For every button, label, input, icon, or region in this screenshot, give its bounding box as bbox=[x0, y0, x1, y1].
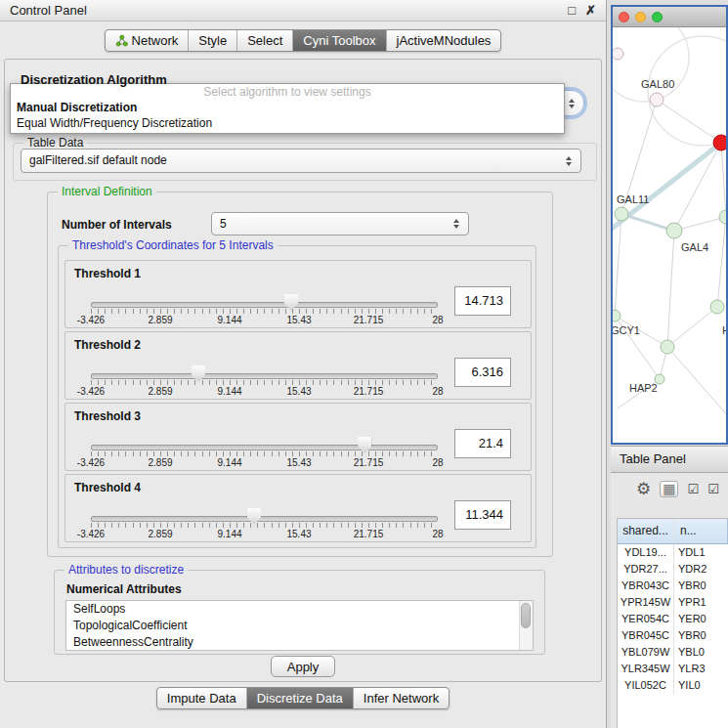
number-of-intervals-label: Number of Intervals bbox=[62, 218, 172, 232]
interval-definition-group: Interval Definition Number of Intervals … bbox=[47, 192, 553, 557]
table-row[interactable]: YDR27...YDR2 bbox=[618, 561, 728, 578]
scale-label: 28 bbox=[432, 386, 443, 397]
attribute-listbox[interactable]: SelfLoopsTopologicalCoefficientBetweenne… bbox=[65, 600, 534, 651]
network-edge bbox=[721, 143, 726, 217]
float-window-icon[interactable]: □ bbox=[568, 4, 576, 17]
cell-name: YER0 bbox=[674, 611, 728, 627]
close-traffic-light-icon[interactable] bbox=[619, 12, 629, 22]
table-panel-header: Table Panel bbox=[611, 446, 728, 473]
tab-impute-data[interactable]: Impute Data bbox=[157, 688, 246, 708]
node-label: GAL80 bbox=[641, 78, 674, 90]
network-node[interactable] bbox=[650, 93, 664, 107]
threshold-box: Threshold 2-3.4262.8599.14415.4321.71528… bbox=[64, 331, 532, 400]
table-row[interactable]: YLR345WYLR3 bbox=[618, 661, 728, 677]
scale-label: 21.715 bbox=[354, 386, 384, 397]
list-item[interactable]: SelfLoops bbox=[66, 601, 533, 618]
threshold-value-field[interactable]: 14.713 bbox=[454, 286, 511, 316]
network-window-titlebar[interactable] bbox=[613, 7, 726, 27]
number-of-intervals-value: 5 bbox=[212, 213, 468, 236]
network-edge bbox=[667, 347, 726, 418]
scale-label: 9.144 bbox=[217, 529, 241, 539]
network-node[interactable] bbox=[613, 310, 621, 321]
scale-label: 15.43 bbox=[286, 315, 311, 325]
list-item[interactable]: BetweennessCentrality bbox=[66, 634, 533, 651]
scale-label: 2.859 bbox=[148, 315, 172, 325]
network-node[interactable] bbox=[710, 300, 724, 314]
threshold-slider[interactable]: -3.4262.8599.14415.4321.71528 bbox=[91, 365, 438, 397]
cell-shared-name: YER054C bbox=[618, 611, 674, 627]
network-canvas[interactable]: GAL80GAL11GAL4GCY1HAP2H bbox=[613, 27, 726, 442]
threshold-box: Threshold 1-3.4262.8599.14415.4321.71528… bbox=[64, 260, 532, 328]
background-arc bbox=[613, 27, 689, 102]
slider-scale: -3.4262.8599.14415.4321.71528 bbox=[91, 457, 438, 468]
scrollbar-thumb[interactable] bbox=[521, 603, 531, 628]
threshold-label: Threshold 1 bbox=[74, 267, 141, 280]
bottom-tab-group: Impute DataDiscretize DataInfer Network bbox=[156, 687, 450, 709]
scale-label: 28 bbox=[432, 457, 443, 468]
dropdown-item-equal-width-frequency[interactable]: Equal Width/Frequency Discretization bbox=[11, 115, 564, 131]
threshold-slider[interactable]: -3.4262.8599.14415.4321.71528 bbox=[91, 437, 438, 468]
threshold-slider[interactable]: -3.4262.8599.14415.4321.71528 bbox=[91, 294, 438, 325]
number-of-intervals-combobox[interactable]: 5 bbox=[211, 212, 469, 236]
table-row[interactable]: YER054CYER0 bbox=[618, 611, 728, 627]
scale-label: -3.426 bbox=[77, 315, 105, 325]
tab-style[interactable]: Style bbox=[188, 30, 236, 51]
scale-label: -3.426 bbox=[77, 529, 105, 539]
tab-select[interactable]: Select bbox=[236, 30, 292, 51]
network-node[interactable] bbox=[719, 210, 726, 224]
network-edge bbox=[615, 214, 621, 316]
network-node[interactable] bbox=[661, 340, 674, 354]
network-node[interactable] bbox=[666, 223, 682, 238]
table-row[interactable]: YBR043CYBR0 bbox=[618, 578, 728, 594]
network-node[interactable] bbox=[713, 135, 726, 150]
columns-icon[interactable]: ▦ bbox=[660, 481, 678, 497]
threshold-slider[interactable]: -3.4262.8599.14415.4321.71528 bbox=[91, 508, 438, 539]
table-row[interactable]: YBL079WYBL0 bbox=[618, 644, 728, 661]
table-row[interactable]: YDL19...YDL1 bbox=[618, 544, 728, 561]
checkbox-icon[interactable]: ☑ bbox=[707, 483, 719, 495]
column-header-shared-name[interactable]: shared... bbox=[618, 519, 674, 543]
table-row[interactable]: YPR145WYPR1 bbox=[618, 594, 728, 611]
node-table: shared... n... YDL19...YDL1YDR27...YDR2Y… bbox=[617, 518, 728, 728]
list-item[interactable]: TopologicalCoefficient bbox=[66, 618, 533, 634]
threshold-label: Threshold 2 bbox=[74, 338, 141, 352]
discretization-algorithm-label: Discretization Algorithm bbox=[21, 72, 167, 87]
tab-network[interactable]: Network bbox=[106, 30, 189, 51]
checkbox-icon[interactable]: ☑ bbox=[687, 483, 699, 495]
close-icon[interactable]: ✗ bbox=[585, 4, 596, 17]
apply-button[interactable]: Apply bbox=[271, 656, 335, 677]
column-header-name[interactable]: n... bbox=[674, 519, 728, 543]
table-data-combobox[interactable]: galFiltered.sif default node bbox=[21, 149, 581, 173]
cell-name: YIL0 bbox=[674, 677, 728, 694]
network-node[interactable] bbox=[613, 48, 623, 60]
dropdown-item-manual-discretization[interactable]: Manual Discretization bbox=[11, 100, 564, 115]
scale-label: 15.43 bbox=[286, 529, 311, 539]
gear-icon[interactable]: ⚙ bbox=[636, 481, 651, 497]
scale-label: -3.426 bbox=[77, 386, 105, 397]
table-row[interactable]: YBR045CYBR0 bbox=[618, 627, 728, 644]
tab-jactivemnodules[interactable]: jActiveMNodules bbox=[386, 30, 501, 51]
scale-label: 28 bbox=[432, 529, 443, 539]
network-graph: GAL80GAL11GAL4GCY1HAP2H bbox=[613, 27, 726, 442]
cell-name: YBL0 bbox=[674, 644, 728, 661]
tab-label: Select bbox=[247, 33, 282, 48]
network-edge-thick bbox=[613, 143, 721, 233]
slider-track bbox=[91, 516, 438, 522]
slider-ticks bbox=[91, 309, 438, 314]
threshold-value-field[interactable]: 6.316 bbox=[454, 358, 511, 387]
zoom-traffic-light-icon[interactable] bbox=[652, 12, 663, 22]
network-node[interactable] bbox=[615, 207, 628, 221]
node-label: GCY1 bbox=[613, 324, 640, 336]
minimize-traffic-light-icon[interactable] bbox=[635, 12, 646, 22]
threshold-value-field[interactable]: 11.344 bbox=[454, 500, 511, 530]
table-row[interactable]: YIL052CYIL0 bbox=[618, 677, 728, 694]
top-tabbar: NetworkStyleSelectCyni ToolboxjActiveMNo… bbox=[0, 29, 606, 52]
tab-infer-network[interactable]: Infer Network bbox=[353, 688, 449, 708]
slider-scale: -3.4262.8599.14415.4321.71528 bbox=[91, 386, 438, 397]
threshold-value-field[interactable]: 21.4 bbox=[454, 429, 511, 458]
tab-cyni-toolbox[interactable]: Cyni Toolbox bbox=[292, 30, 385, 51]
slider-ticks bbox=[91, 523, 438, 528]
cell-shared-name: YIL052C bbox=[618, 677, 674, 694]
list-scrollbar[interactable] bbox=[519, 601, 533, 650]
tab-discretize-data[interactable]: Discretize Data bbox=[246, 688, 353, 708]
